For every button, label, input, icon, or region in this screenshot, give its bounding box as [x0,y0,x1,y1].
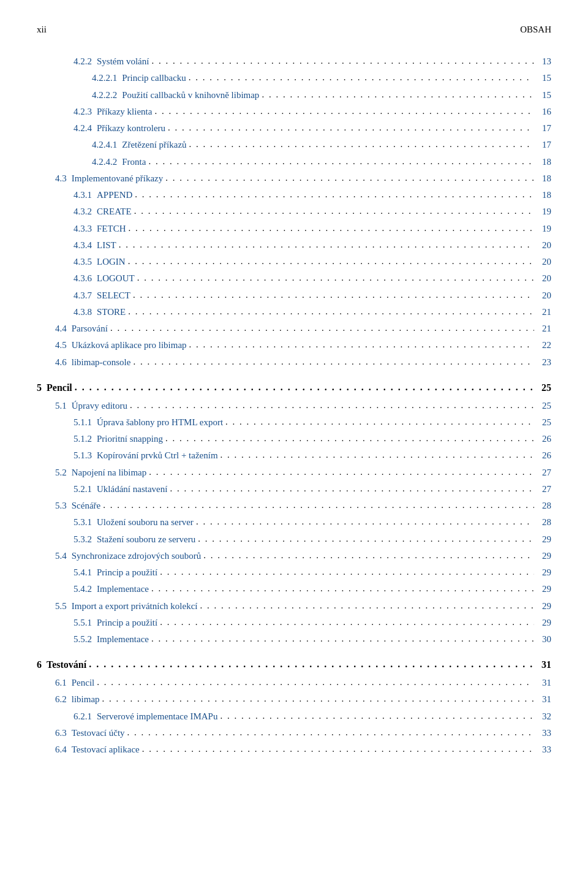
toc-entry-label[interactable]: Fronta [122,155,146,169]
toc-entry-label[interactable]: Úpravy editoru [72,399,127,413]
toc-dots: . . . . . . . . . . . . . . . . . . . . … [170,482,534,496]
toc-entry-label[interactable]: Pencil [72,676,95,690]
toc-entry-label[interactable]: Prioritní snapping [97,432,163,446]
toc-dots: . . . . . . . . . . . . . . . . . . . . … [225,415,534,429]
toc-entry-page: 25 [537,399,551,413]
toc-dots: . . . . . . . . . . . . . . . . . . . . … [133,355,534,369]
toc-entry-label[interactable]: Stažení souboru ze serveru [97,532,195,547]
toc-entry-number: 4.2.4.2 [92,155,117,169]
toc-entry: 4.2.2Systém volání. . . . . . . . . . . … [37,55,551,69]
toc-dots: . . . . . . . . . . . . . . . . . . . . … [75,380,534,395]
toc-dots: . . . . . . . . . . . . . . . . . . . . … [262,88,534,102]
toc-entry: 5.4.1Princip a použití. . . . . . . . . … [37,566,551,580]
toc-entry-label[interactable]: FETCH [97,222,126,236]
toc-entry: 6.4Testovací aplikace. . . . . . . . . .… [37,743,551,757]
toc-dots: . . . . . . . . . . . . . . . . . . . . … [110,321,534,335]
toc-entry-number: 4.2.2.2 [92,88,117,102]
toc-entry-label[interactable]: Napojení na libimap [72,466,146,480]
toc-entry-label[interactable]: CREATE [97,205,132,219]
toc-entry-label[interactable]: Implementované příkazy [72,172,164,186]
toc-dots: . . . . . . . . . . . . . . . . . . . . … [200,599,534,613]
toc-entry-number: 4.3.7 [74,289,92,303]
toc-entry-label[interactable]: APPEND [97,188,132,202]
toc-entry: 4.2.4Příkazy kontroleru. . . . . . . . .… [37,121,551,135]
toc-entry-label[interactable]: Princip a použití [97,616,157,630]
toc-entry-label[interactable]: Kopírování prvků Ctrl + tažením [97,449,218,463]
toc-entry-label[interactable]: Parsování [72,322,108,336]
toc-entry-page: 20 [537,255,551,269]
toc-entry-label[interactable]: LIST [97,238,116,252]
toc-entry-number: 6.4 [55,743,67,757]
page-header: xii OBSAH [37,25,551,35]
toc-entry-page: 27 [537,466,551,480]
toc-entry-label[interactable]: Příkazy kontroleru [97,121,165,135]
toc-entry: 4.3.4LIST. . . . . . . . . . . . . . . .… [37,238,551,252]
toc-entry-label[interactable]: Zřetězení příkazů [122,138,186,152]
toc-dots: . . . . . . . . . . . . . . . . . . . . … [103,498,534,512]
toc-dots: . . . . . . . . . . . . . . . . . . . . … [102,692,534,706]
toc-entry-label[interactable]: Pencil [47,381,72,396]
toc-dots: . . . . . . . . . . . . . . . . . . . . … [189,137,534,151]
toc-entry-number: 4.2.4.1 [92,138,117,152]
toc-dots: . . . . . . . . . . . . . . . . . . . . … [160,615,534,629]
toc-entry-label[interactable]: STORE [97,305,126,319]
toc-entry-number: 4.3.2 [74,205,92,219]
toc-entry-label[interactable]: LOGIN [97,255,126,269]
toc-entry-label[interactable]: Ukládání nastavení [97,482,167,496]
toc-dots: . . . . . . . . . . . . . . . . . . . . … [168,121,534,135]
toc-entry-label[interactable]: Princip callbacku [122,71,186,85]
toc-entry-number: 5.1.1 [74,415,92,430]
toc-entry-number: 5.4 [55,549,67,563]
toc-entry-label[interactable]: Úprava šablony pro HTML export [97,415,223,430]
toc-dots: . . . . . . . . . . . . . . . . . . . . … [148,154,534,169]
toc-entry-label[interactable]: Serverové implementace IMAPu [97,710,217,724]
toc-entry-page: 22 [537,338,551,352]
toc-entry-page: 25 [537,381,551,396]
toc-entry-label[interactable]: Ukázková aplikace pro libimap [72,338,187,352]
toc-entry-page: 29 [537,532,551,547]
toc-entry-label[interactable]: Synchronizace zdrojových souborů [72,549,202,563]
toc-entry-label[interactable]: LOGOUT [97,271,135,286]
toc-entry-label[interactable]: Princip a použití [97,566,157,580]
toc-entry: 5.1Úpravy editoru. . . . . . . . . . . .… [37,399,551,413]
toc-entry-label[interactable]: Testovací aplikace [72,743,140,757]
toc-entry-number: 5.3 [55,499,67,513]
toc-entry-label[interactable]: Implementace [97,582,149,596]
toc-entry: 5.3Scénáře. . . . . . . . . . . . . . . … [37,499,551,513]
toc-entry: 4.4Parsování. . . . . . . . . . . . . . … [37,322,551,336]
toc-entry-page: 18 [537,172,551,186]
toc-entry-page: 21 [537,322,551,336]
toc-entry: 4.3.1APPEND. . . . . . . . . . . . . . .… [37,188,551,202]
toc-entry: 5.3.2Stažení souboru ze serveru. . . . .… [37,532,551,547]
toc-dots: . . . . . . . . . . . . . . . . . . . . … [220,709,534,723]
toc-entry-label[interactable]: Import a export privátních kolekcí [72,599,198,613]
toc-entry: 4.3.3FETCH. . . . . . . . . . . . . . . … [37,222,551,236]
toc-entry-label[interactable]: Uložení souboru na server [97,515,194,529]
toc-entry-number: 5.1.2 [74,432,92,446]
toc-dots: . . . . . . . . . . . . . . . . . . . . … [149,465,534,479]
toc-entry: 6.1Pencil. . . . . . . . . . . . . . . .… [37,676,551,690]
toc-dots: . . . . . . . . . . . . . . . . . . . . … [165,171,534,185]
toc-entry-label[interactable]: Scénáře [72,499,100,513]
toc-entry-label[interactable]: Testovací účty [72,726,125,740]
toc-entry-number: 4.2.3 [74,105,92,119]
toc-dots: . . . . . . . . . . . . . . . . . . . . … [137,271,534,285]
toc-entry-number: 4.3.5 [74,255,92,269]
toc-entry-label[interactable]: libimap-console [72,355,131,369]
toc-dots: . . . . . . . . . . . . . . . . . . . . … [135,188,534,202]
toc-entry-page: 31 [537,657,551,673]
toc-entry-label[interactable]: Příkazy klienta [97,105,152,119]
toc-entry-page: 29 [537,566,551,580]
toc-entry: 6.3Testovací účty. . . . . . . . . . . .… [37,726,551,740]
toc-entry-number: 5.2 [55,466,67,480]
toc-entry-label[interactable]: libimap [72,692,100,706]
toc-dots: . . . . . . . . . . . . . . . . . . . . … [142,742,534,756]
toc-entry-label[interactable]: Testování [47,657,86,673]
toc-entry-label[interactable]: Implementace [97,632,149,646]
toc-entry: 4.3.6LOGOUT. . . . . . . . . . . . . . .… [37,271,551,286]
toc-entry-label[interactable]: Systém volání [97,55,149,69]
toc-entry-label[interactable]: SELECT [97,289,130,303]
toc-entry-number: 5.5.1 [74,616,92,630]
toc-entry-number: 4.2.4 [74,121,92,135]
toc-entry-label[interactable]: Použití callbacků v knihovně libimap [122,88,259,102]
